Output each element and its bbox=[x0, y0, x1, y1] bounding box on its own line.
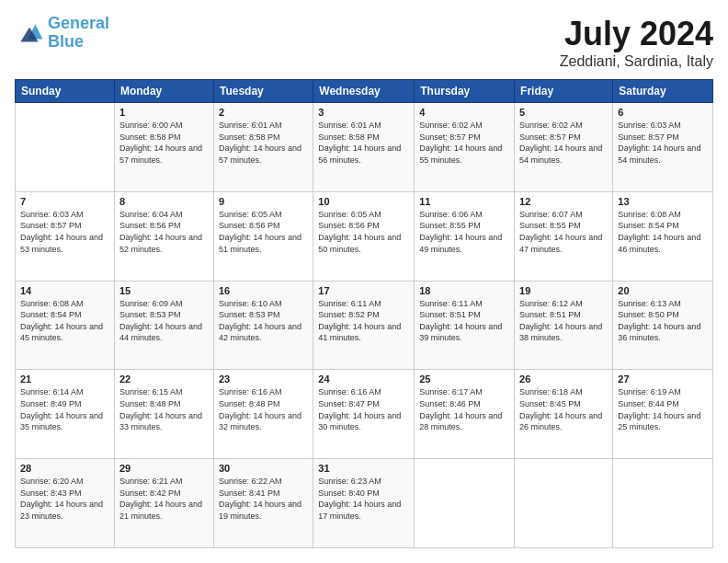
day-number: 5 bbox=[519, 107, 608, 118]
title-area: July 2024 Zeddiani, Sardinia, Italy bbox=[560, 15, 713, 70]
day-number: 2 bbox=[219, 107, 308, 118]
day-number: 16 bbox=[219, 285, 308, 296]
header-cell-wednesday: Wednesday bbox=[313, 80, 415, 103]
calendar-page: General Blue July 2024 Zeddiani, Sardini… bbox=[0, 0, 728, 563]
day-number: 4 bbox=[419, 107, 509, 118]
day-info: Sunrise: 6:22 AMSunset: 8:41 PMDaylight:… bbox=[219, 476, 308, 522]
day-info: Sunrise: 6:19 AMSunset: 8:44 PMDaylight:… bbox=[618, 386, 708, 432]
day-info: Sunrise: 6:09 AMSunset: 8:53 PMDaylight:… bbox=[119, 298, 209, 344]
day-cell: 28 Sunrise: 6:20 AMSunset: 8:43 PMDaylig… bbox=[16, 459, 115, 548]
day-cell: 29 Sunrise: 6:21 AMSunset: 8:42 PMDaylig… bbox=[114, 459, 213, 548]
logo: General Blue bbox=[15, 15, 109, 52]
day-number: 7 bbox=[20, 196, 109, 207]
location-subtitle: Zeddiani, Sardinia, Italy bbox=[560, 53, 713, 70]
day-info: Sunrise: 6:11 AMSunset: 8:51 PMDaylight:… bbox=[419, 298, 509, 344]
day-cell: 4 Sunrise: 6:02 AMSunset: 8:57 PMDayligh… bbox=[415, 103, 515, 192]
day-cell: 24 Sunrise: 6:16 AMSunset: 8:47 PMDaylig… bbox=[313, 370, 415, 459]
day-info: Sunrise: 6:10 AMSunset: 8:53 PMDaylight:… bbox=[219, 298, 308, 344]
day-cell bbox=[613, 459, 713, 548]
day-info: Sunrise: 6:08 AMSunset: 8:54 PMDaylight:… bbox=[20, 298, 109, 344]
day-number: 10 bbox=[318, 196, 409, 207]
day-info: Sunrise: 6:06 AMSunset: 8:55 PMDaylight:… bbox=[419, 209, 509, 255]
day-info: Sunrise: 6:01 AMSunset: 8:58 PMDaylight:… bbox=[318, 120, 409, 166]
day-number: 30 bbox=[219, 463, 308, 474]
day-cell: 18 Sunrise: 6:11 AMSunset: 8:51 PMDaylig… bbox=[415, 281, 515, 370]
header-cell-monday: Monday bbox=[114, 80, 213, 103]
day-cell: 14 Sunrise: 6:08 AMSunset: 8:54 PMDaylig… bbox=[16, 281, 115, 370]
day-cell: 1 Sunrise: 6:00 AMSunset: 8:58 PMDayligh… bbox=[114, 103, 213, 192]
day-number: 18 bbox=[419, 285, 509, 296]
day-cell: 17 Sunrise: 6:11 AMSunset: 8:52 PMDaylig… bbox=[313, 281, 415, 370]
day-info: Sunrise: 6:16 AMSunset: 8:48 PMDaylight:… bbox=[219, 386, 308, 432]
week-row-1: 1 Sunrise: 6:00 AMSunset: 8:58 PMDayligh… bbox=[16, 103, 713, 192]
day-cell: 11 Sunrise: 6:06 AMSunset: 8:55 PMDaylig… bbox=[415, 191, 515, 281]
day-info: Sunrise: 6:21 AMSunset: 8:42 PMDaylight:… bbox=[119, 476, 209, 522]
day-number: 20 bbox=[618, 285, 708, 296]
day-cell: 30 Sunrise: 6:22 AMSunset: 8:41 PMDaylig… bbox=[213, 459, 313, 548]
day-number: 28 bbox=[20, 463, 109, 474]
day-cell: 9 Sunrise: 6:05 AMSunset: 8:56 PMDayligh… bbox=[213, 191, 313, 281]
day-info: Sunrise: 6:03 AMSunset: 8:57 PMDaylight:… bbox=[20, 209, 109, 255]
day-number: 3 bbox=[318, 107, 409, 118]
day-info: Sunrise: 6:20 AMSunset: 8:43 PMDaylight:… bbox=[20, 476, 109, 522]
day-info: Sunrise: 6:07 AMSunset: 8:55 PMDaylight:… bbox=[519, 209, 608, 255]
day-number: 21 bbox=[20, 373, 109, 385]
day-cell: 10 Sunrise: 6:05 AMSunset: 8:56 PMDaylig… bbox=[313, 191, 415, 281]
day-info: Sunrise: 6:15 AMSunset: 8:48 PMDaylight:… bbox=[119, 386, 209, 432]
day-info: Sunrise: 6:02 AMSunset: 8:57 PMDaylight:… bbox=[419, 120, 509, 166]
day-cell: 2 Sunrise: 6:01 AMSunset: 8:58 PMDayligh… bbox=[213, 103, 313, 192]
day-info: Sunrise: 6:16 AMSunset: 8:47 PMDaylight:… bbox=[318, 386, 409, 432]
day-number: 24 bbox=[318, 373, 409, 385]
day-cell: 19 Sunrise: 6:12 AMSunset: 8:51 PMDaylig… bbox=[515, 281, 613, 370]
day-cell: 21 Sunrise: 6:14 AMSunset: 8:49 PMDaylig… bbox=[16, 370, 115, 459]
day-cell: 6 Sunrise: 6:03 AMSunset: 8:57 PMDayligh… bbox=[613, 103, 713, 192]
header: General Blue July 2024 Zeddiani, Sardini… bbox=[15, 15, 713, 70]
day-number: 23 bbox=[219, 373, 308, 385]
day-cell: 22 Sunrise: 6:15 AMSunset: 8:48 PMDaylig… bbox=[114, 370, 213, 459]
day-cell bbox=[16, 103, 115, 192]
day-number: 25 bbox=[419, 373, 509, 385]
day-info: Sunrise: 6:12 AMSunset: 8:51 PMDaylight:… bbox=[519, 298, 608, 344]
day-number: 12 bbox=[519, 196, 608, 207]
day-info: Sunrise: 6:03 AMSunset: 8:57 PMDaylight:… bbox=[618, 120, 708, 166]
header-cell-sunday: Sunday bbox=[16, 80, 115, 103]
day-number: 13 bbox=[618, 196, 708, 207]
day-number: 14 bbox=[20, 285, 109, 296]
week-row-4: 21 Sunrise: 6:14 AMSunset: 8:49 PMDaylig… bbox=[16, 370, 713, 459]
day-number: 8 bbox=[119, 196, 209, 207]
day-cell: 16 Sunrise: 6:10 AMSunset: 8:53 PMDaylig… bbox=[213, 281, 313, 370]
calendar-header-row: SundayMondayTuesdayWednesdayThursdayFrid… bbox=[16, 80, 713, 103]
header-cell-tuesday: Tuesday bbox=[213, 80, 313, 103]
logo-text: General Blue bbox=[48, 15, 109, 52]
day-cell: 31 Sunrise: 6:23 AMSunset: 8:40 PMDaylig… bbox=[313, 459, 415, 548]
day-cell: 25 Sunrise: 6:17 AMSunset: 8:46 PMDaylig… bbox=[415, 370, 515, 459]
day-cell: 7 Sunrise: 6:03 AMSunset: 8:57 PMDayligh… bbox=[16, 191, 115, 281]
day-info: Sunrise: 6:23 AMSunset: 8:40 PMDaylight:… bbox=[318, 476, 409, 522]
day-cell: 3 Sunrise: 6:01 AMSunset: 8:58 PMDayligh… bbox=[313, 103, 415, 192]
day-number: 29 bbox=[119, 463, 209, 474]
header-cell-friday: Friday bbox=[515, 80, 613, 103]
day-info: Sunrise: 6:17 AMSunset: 8:46 PMDaylight:… bbox=[419, 386, 509, 432]
day-number: 6 bbox=[618, 107, 708, 118]
day-number: 27 bbox=[618, 373, 708, 385]
month-year-title: July 2024 bbox=[560, 15, 713, 53]
day-info: Sunrise: 6:08 AMSunset: 8:54 PMDaylight:… bbox=[618, 209, 708, 255]
day-info: Sunrise: 6:01 AMSunset: 8:58 PMDaylight:… bbox=[219, 120, 308, 166]
day-number: 26 bbox=[519, 373, 608, 385]
day-number: 17 bbox=[318, 285, 409, 296]
day-cell: 20 Sunrise: 6:13 AMSunset: 8:50 PMDaylig… bbox=[613, 281, 713, 370]
day-info: Sunrise: 6:04 AMSunset: 8:56 PMDaylight:… bbox=[119, 209, 209, 255]
day-info: Sunrise: 6:00 AMSunset: 8:58 PMDaylight:… bbox=[119, 120, 209, 166]
day-cell: 26 Sunrise: 6:18 AMSunset: 8:45 PMDaylig… bbox=[515, 370, 613, 459]
day-number: 11 bbox=[419, 196, 509, 207]
day-cell: 12 Sunrise: 6:07 AMSunset: 8:55 PMDaylig… bbox=[515, 191, 613, 281]
day-number: 15 bbox=[119, 285, 209, 296]
day-number: 31 bbox=[318, 463, 409, 474]
day-info: Sunrise: 6:18 AMSunset: 8:45 PMDaylight:… bbox=[519, 386, 608, 432]
day-cell: 13 Sunrise: 6:08 AMSunset: 8:54 PMDaylig… bbox=[613, 191, 713, 281]
day-number: 19 bbox=[519, 285, 608, 296]
day-cell bbox=[415, 459, 515, 548]
header-cell-saturday: Saturday bbox=[613, 80, 713, 103]
day-info: Sunrise: 6:05 AMSunset: 8:56 PMDaylight:… bbox=[219, 209, 308, 255]
day-cell: 23 Sunrise: 6:16 AMSunset: 8:48 PMDaylig… bbox=[213, 370, 313, 459]
